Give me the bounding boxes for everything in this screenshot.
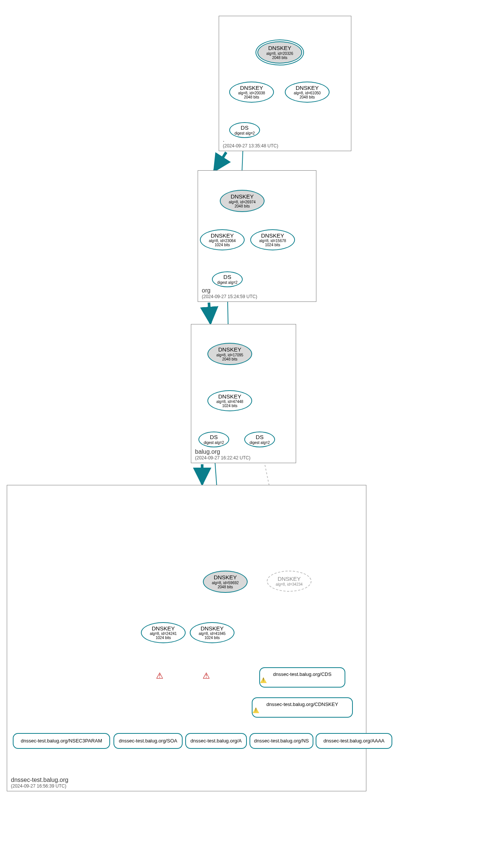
balug-ds2: DS digest alg=2 xyxy=(244,432,275,447)
dnssec-zsk1: DNSKEY alg=8, id=24241 1024 bits xyxy=(141,622,186,643)
root-ksk: DNSKEY alg=8, id=20326 2048 bits xyxy=(257,41,302,64)
zone-dnssec-title: dnssec-test.balug.org xyxy=(11,777,68,783)
rr-a: dnssec-test.balug.org/A xyxy=(185,733,247,749)
warning-icon: ⚠ xyxy=(155,671,165,681)
root-zsk2: DNSKEY alg=8, id=61050 2048 bits xyxy=(285,82,330,103)
zone-org-time: (2024-09-27 15:24:59 UTC) xyxy=(202,294,257,299)
rr-nsec3: dnssec-test.balug.org/NSEC3PARAM xyxy=(13,733,110,749)
rr-aaaa: dnssec-test.balug.org/AAAA xyxy=(316,733,392,749)
balug-zsk: DNSKEY alg=8, id=47448 1024 bits xyxy=(207,390,252,411)
zone-root-title: . xyxy=(223,136,278,143)
rr-soa: dnssec-test.balug.org/SOA xyxy=(113,733,183,749)
zone-balug-title: balug.org xyxy=(195,448,250,455)
zone-org-title: org xyxy=(202,287,257,294)
rr-cdnskey: dnssec-test.balug.org/CDNSKEY xyxy=(252,697,353,718)
org-zsk2: DNSKEY alg=8, id=15678 1024 bits xyxy=(250,229,295,250)
org-ds: DS digest alg=2 xyxy=(212,271,243,287)
org-zsk1: DNSKEY alg=8, id=23064 1024 bits xyxy=(200,229,245,250)
rr-cds: dnssec-test.balug.org/CDS xyxy=(259,667,345,688)
balug-ds1: DS digest alg=2 xyxy=(198,432,229,447)
warning-yellow-icon xyxy=(260,677,267,683)
balug-ksk: DNSKEY alg=8, id=17095 2048 bits xyxy=(207,343,252,365)
zone-root-time: (2024-09-27 13:35:48 UTC) xyxy=(223,143,278,148)
rr-ns: dnssec-test.balug.org/NS xyxy=(250,733,313,749)
warning-yellow-icon xyxy=(253,707,259,713)
org-ksk: DNSKEY alg=8, id=26974 2048 bits xyxy=(220,190,265,212)
zone-balug-time: (2024-09-27 16:22:42 UTC) xyxy=(195,455,250,461)
dnssec-ksk: DNSKEY alg=8, id=59692 2048 bits xyxy=(203,571,248,593)
dnssec-extra: DNSKEY alg=8, id=34234 xyxy=(267,571,312,592)
dnssec-zsk2: DNSKEY alg=8, id=41845 1024 bits xyxy=(190,622,234,643)
zone-dnssec-time: (2024-09-27 16:56:39 UTC) xyxy=(11,783,68,789)
warning-icon: ⚠ xyxy=(201,671,211,681)
root-ds: DS digest alg=2 xyxy=(229,122,260,138)
root-zsk1: DNSKEY alg=8, id=20038 2048 bits xyxy=(229,82,274,103)
